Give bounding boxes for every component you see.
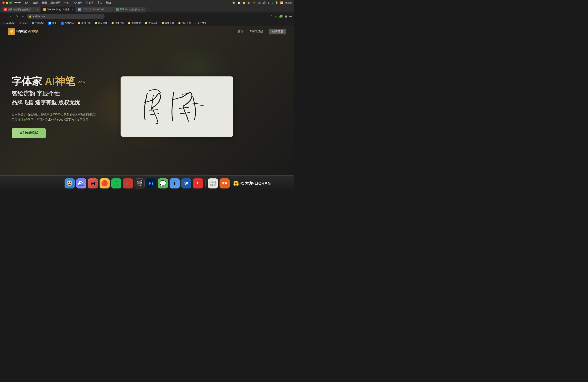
bookmark-video-label: 影视播放 [131, 21, 141, 25]
bookmark-zhihu[interactable]: 知 知乎 [47, 21, 58, 25]
sidebar-icon[interactable]: ▣ [284, 15, 287, 18]
hero-desc-params: 高达15000万参数 [47, 113, 69, 116]
menu-window[interactable]: 窗口 [97, 1, 102, 4]
bookmark-youtube[interactable]: ▶ YouTube [2, 21, 17, 25]
forward-button[interactable]: › [8, 15, 13, 18]
menu-file[interactable]: 文件 [25, 1, 30, 4]
bookmark-baidu-translate-label: 百度翻译 [64, 21, 74, 25]
mohu-favicon: ✓ [116, 8, 119, 11]
chinabank-icon: 🏦 [32, 22, 34, 24]
nav-ai-model[interactable]: AI字体模型 [250, 30, 263, 33]
newsread-icon: 📰 [210, 180, 216, 187]
tab-zitijia[interactable]: 字 字体家AI神笔 | AI造字 ✕ [41, 7, 75, 12]
menu-edit[interactable]: 编辑 [33, 1, 38, 4]
dock-weibo[interactable]: 微博 [220, 178, 230, 189]
dock-wechat[interactable]: 💬 [158, 178, 168, 189]
hero-image [121, 76, 233, 137]
netease-icon: 🎶 [125, 180, 131, 187]
dock-username: @大梦-LICHAN [240, 181, 271, 186]
dock-yiqiu[interactable]: ✈ [169, 178, 180, 189]
cta-button[interactable]: 立刻免费尝试 [12, 128, 46, 138]
dock-launchpad[interactable]: ⊞ [88, 178, 98, 189]
login-register-button[interactable]: 登录/注册 [269, 29, 286, 34]
back-button[interactable]: ‹ [2, 15, 7, 18]
dock-word[interactable]: W [181, 178, 191, 189]
chrome-icon: 🔴 [101, 180, 108, 187]
refresh-button[interactable]: ↻ [14, 15, 19, 18]
dock: 😊 🌊 ⊞ 🔴 🎵 🎶 🎬 Ps 💬 ✈ W Ai 📰 [0, 175, 294, 191]
nav-home[interactable]: 首页 [238, 30, 243, 33]
yiqiu-icon: ✈ [172, 180, 177, 187]
bookmark-video[interactable]: 📁 影视播放 [126, 21, 142, 25]
mohu404-icon: ✓ [195, 22, 197, 24]
gmail-icon: M [19, 22, 21, 24]
social-icon: 📁 [94, 22, 97, 24]
url-display: ai.zitijia.com [33, 15, 45, 18]
system-icon-screenmirror: 📺 [258, 1, 261, 4]
profile-icon[interactable]: 🖼 [274, 15, 277, 18]
hero-text: 字体家 AI神笔 V2.6 智绘流韵 字显个性 品牌飞扬 造字有型 版权无忧 运… [12, 75, 109, 138]
bookmark-mohu404[interactable]: ✓ 某乎404 [193, 21, 208, 25]
adobecc-icon: Ai [196, 182, 200, 185]
tab-png[interactable]: PNG 170571225649705830 1.png ✕ [76, 7, 113, 12]
tab-png-close[interactable]: ✕ [109, 9, 111, 11]
claquette-icon: 🎬 [136, 180, 143, 187]
menu-chrome[interactable]: Chrome [12, 1, 21, 4]
dock-arc[interactable]: 🌊 [76, 178, 86, 189]
weibo-favicon: 微 [4, 8, 7, 11]
titlebar: Chrome 文件 编辑 视图 历史记录 书签 个人资料 标签页 窗口 帮助 🎨… [0, 0, 294, 5]
youtube-icon: ▶ [3, 22, 5, 24]
bookmark-materials[interactable]: 📁 素材下载 [76, 21, 92, 25]
minimize-button[interactable] [6, 1, 8, 4]
dock-chrome[interactable]: 🔴 [100, 178, 110, 189]
handwriting-svg [126, 80, 228, 134]
system-icon-bluetooth: ⚡ [252, 1, 256, 4]
home-button[interactable]: ⌂ [21, 15, 25, 18]
menu-view[interactable]: 视图 [42, 1, 47, 4]
system-icon-sougou: S [272, 1, 273, 4]
bookmark-social[interactable]: 📁 社交媒体 [93, 21, 109, 25]
menu-bookmarks[interactable]: 书签 [64, 1, 69, 4]
new-tab-button[interactable]: + [147, 7, 149, 11]
tab-mohu-close[interactable]: ✕ [142, 9, 143, 11]
bookmark-report[interactable]: 📁 报告下载 [177, 21, 192, 25]
menu-tabs[interactable]: 标签页 [86, 1, 94, 4]
bookmark-gmail[interactable]: M Gmail [17, 21, 29, 25]
bookmark-social-label: 社交媒体 [98, 21, 107, 25]
hero-desc-suffix1: 的强大神经网络模型， [69, 113, 99, 116]
bookmark-audio[interactable]: 📁 音频下载 [160, 21, 176, 25]
system-icon-notification: 🔔 [242, 1, 246, 4]
menu-history[interactable]: 历史记录 [50, 1, 61, 4]
tab-zitijia-close[interactable]: ✕ [72, 9, 73, 11]
tab-mohu[interactable]: ✓ 某乎404 - 想法抽奖 ✕ [114, 7, 146, 12]
dock-adobecc[interactable]: Ai [193, 178, 203, 189]
fullscreen-button[interactable] [9, 1, 12, 4]
menu-help[interactable]: 帮助 [106, 1, 111, 4]
extension-icon[interactable]: 🧩 [279, 15, 283, 18]
titlebar-right: 🎨 💬 🔔 🐧 ⚡ 📺 🔊 ▶ S 🔋 📶 08:58 [232, 1, 292, 4]
dock-finder[interactable]: 😊 [64, 178, 75, 189]
tab-weibo-close[interactable]: ✕ [37, 9, 38, 11]
menu-profile[interactable]: 个人资料 [73, 1, 83, 4]
dock-spotify[interactable]: 🎵 [111, 178, 121, 189]
close-button[interactable] [2, 1, 5, 4]
dock-photoshop[interactable]: Ps [146, 178, 156, 189]
lock-icon: 🔒 [29, 15, 32, 18]
address-box[interactable]: 🔒 ai.zitijia.com [27, 14, 105, 19]
dock-newsread[interactable]: 📰 [208, 178, 218, 189]
hero-desc-mid1: 的力量，搭载 [29, 113, 47, 116]
dock-claquette[interactable]: 🎬 [135, 178, 145, 189]
menu-dots-icon[interactable]: ⋯ [289, 15, 292, 18]
bookmark-star-icon[interactable]: ☆ [270, 15, 273, 18]
dock-netease[interactable]: 🎶 [123, 178, 133, 189]
bookmark-baidu-translate[interactable]: 百 百度翻译 [59, 21, 75, 25]
tab-weibo[interactable]: 微 微博 - 随时随地发现新鲜事 ✕ [1, 7, 41, 12]
spotify-icon: 🎵 [113, 180, 120, 187]
bookmark-ecommerce[interactable]: 📁 电商导购 [110, 21, 126, 25]
hero-desc-suffix2: ，即可构造出包含6000+汉字的中文字体库 [34, 118, 88, 121]
bookmark-china-bank[interactable]: 🏦 中国银行 [30, 21, 46, 25]
bookmark-news[interactable]: 📁 资讯阅读 [143, 21, 159, 25]
titlebar-menu: Chrome 文件 编辑 视图 历史记录 书签 个人资料 标签页 窗口 帮助 [12, 1, 111, 4]
system-icon-qq: 🐧 [248, 1, 251, 4]
news-icon: 📁 [145, 22, 147, 24]
